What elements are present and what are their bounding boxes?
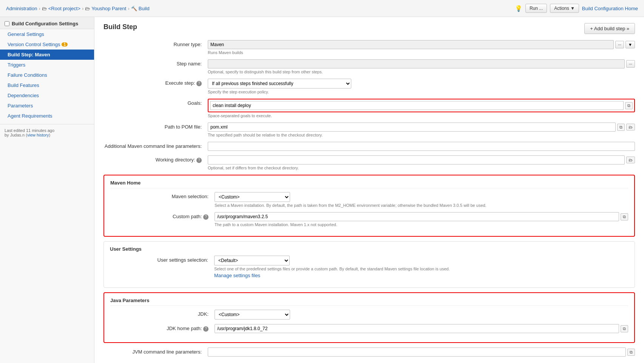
jdk-home-field: ⧉ [215,324,628,333]
jdk-row: JDK: <Custom> [110,310,628,320]
java-params-title: Java Parameters [110,298,628,306]
step-name-hint: Optional, specify to distinguish this bu… [208,70,635,74]
actions-button[interactable]: Actions ▼ [550,4,579,13]
user-settings-select-row: <Default> [214,256,629,265]
maven-selection-label: Maven selection: [110,192,208,199]
runner-type-dots-button[interactable]: ··· [615,41,624,48]
execute-step-field: If all previous steps finished successfu… [208,79,635,94]
sidebar-last-edited: Last edited 11 minutes ago by Judas.n (v… [0,124,94,141]
breadcrumb-sep-3: › [128,6,129,11]
working-dir-label: Working directory: ? [103,155,202,163]
goals-input[interactable] [210,101,624,110]
main-layout: Build Configuration Settings General Set… [0,17,644,363]
sidebar-item-dependencies[interactable]: Dependencies [0,90,94,101]
pom-path-copy-button[interactable]: ⧉ [617,124,625,131]
jdk-label: JDK: [110,310,208,317]
sidebar-section-header: Build Configuration Settings [0,17,94,29]
breadcrumb-admin[interactable]: Administration [6,6,37,11]
working-dir-input-row: 🗁 [208,155,635,164]
sidebar-checkbox[interactable] [5,21,9,26]
jdk-home-row: JDK home path: ? ⧉ [110,324,628,333]
jvm-params-copy-button[interactable]: ⧉ [627,349,635,356]
sidebar-label-failure: Failure Conditions [8,72,47,78]
user-settings-section: User Settings User settings selection: <… [103,241,635,288]
custom-path-label: Custom path: ? [110,212,208,220]
sidebar-section-title: Build Configuration Settings [12,21,78,26]
working-dir-browse-button[interactable]: 🗁 [626,157,635,163]
custom-path-input[interactable] [215,212,619,221]
working-dir-help-icon: ? [196,158,202,163]
breadcrumb-build[interactable]: Build [139,6,150,11]
custom-path-input-row: ⧉ [215,212,628,221]
jdk-home-copy-button[interactable]: ⧉ [621,325,628,332]
step-name-input-row: ··· [208,59,635,68]
sidebar-item-triggers[interactable]: Triggers [0,60,94,70]
jdk-field: <Custom> [215,310,628,320]
additional-maven-row: Additional Maven command line parameters… [103,142,635,151]
jdk-select[interactable]: <Custom> [215,310,290,320]
breadcrumb-sep-1: › [39,6,40,11]
pom-path-row: Path to POM file: ⧉ 🗁 The specified path… [103,123,635,137]
sidebar-item-vcs[interactable]: Version Control Settings 1 [0,39,94,50]
sidebar-label-general: General Settings [8,31,44,37]
execute-step-hint: Specify the step execution policy. [208,90,635,94]
add-build-step-button[interactable]: + Add build step » [584,23,635,34]
additional-maven-field [208,142,635,151]
sidebar: Build Configuration Settings General Set… [0,17,94,363]
view-history-link[interactable]: view history [27,133,49,137]
step-name-input[interactable] [208,59,625,68]
user-settings-title: User Settings [110,246,629,252]
actions-button-group: Actions ▼ [550,4,579,13]
pom-path-browse-button[interactable]: 🗁 [626,124,635,130]
config-home-link[interactable]: Build Configuration Home [582,6,638,11]
sidebar-item-failure-conditions[interactable]: Failure Conditions [0,70,94,80]
page-title: Build Step [103,23,137,31]
runner-type-dropdown-button[interactable]: ▼ [625,41,635,48]
sidebar-item-agent-requirements[interactable]: Agent Requirements [0,111,94,121]
user-settings-select[interactable]: <Default> [214,256,290,265]
run-button[interactable]: Run ... [525,4,547,13]
jdk-home-input-row: ⧉ [215,324,628,333]
user-settings-selection-row: User settings selection: <Default> Selec… [110,256,629,278]
top-bar-right: 💡 Run ... Actions ▼ Build Configuration … [515,4,638,13]
manage-settings-link[interactable]: Manage settings files [214,273,260,278]
jvm-params-input[interactable] [208,347,626,357]
breadcrumb-build-icon: 🔨 [131,6,137,11]
goals-wrapper: ⧉ [208,99,635,112]
sidebar-item-build-step-maven[interactable]: Build Step: Maven [0,50,94,60]
jdk-select-row: <Custom> [215,310,628,320]
goals-label: Goals: [103,99,202,106]
custom-path-field: ⧉ The path to a custom Maven installatio… [215,212,628,227]
pom-path-input[interactable] [208,123,616,132]
sidebar-item-build-features[interactable]: Build Features [0,80,94,90]
sidebar-item-parameters[interactable]: Parameters [0,101,94,111]
sidebar-item-general-settings[interactable]: General Settings [0,29,94,39]
breadcrumb-folder-icon-1: 🗁 [42,6,47,11]
step-name-field: ··· Optional, specify to distinguish thi… [208,59,635,74]
sidebar-label-dependencies: Dependencies [8,93,39,98]
runner-type-input[interactable] [208,40,614,49]
additional-maven-label: Additional Maven command line parameters… [103,142,202,149]
maven-selection-select[interactable]: <Custom> [215,192,290,202]
step-name-dots-button[interactable]: ··· [626,60,635,68]
runner-input-row: ··· ▼ [208,40,635,49]
breadcrumb-root-project[interactable]: <Root project> [48,6,80,11]
user-settings-selection-label: User settings selection: [110,256,208,263]
sidebar-label-triggers: Triggers [8,62,25,68]
maven-selection-field: <Custom> Select a Maven installation. By… [215,192,628,208]
additional-maven-input[interactable] [208,142,635,151]
pom-path-field: ⧉ 🗁 The specified path should be relativ… [208,123,635,137]
jvm-params-row: JVM command line parameters: ⧉ [103,347,635,357]
custom-path-copy-button[interactable]: ⧉ [621,213,628,220]
execute-step-select[interactable]: If all previous steps finished successfu… [208,79,351,88]
execute-step-label: Execute step: ? [103,79,202,86]
execute-step-select-row: If all previous steps finished successfu… [208,79,635,88]
breadcrumb-sep-2: › [82,6,83,11]
jvm-params-field: ⧉ [208,347,635,357]
maven-selection-hint: Select a Maven installation. By default,… [215,203,628,208]
user-settings-selection-field: <Default> Select one of the predefined s… [214,256,629,278]
working-dir-input[interactable] [208,155,625,164]
breadcrumb-youshop[interactable]: Youshop Parent [91,6,126,11]
jdk-home-input[interactable] [215,324,619,333]
goals-copy-button[interactable]: ⧉ [625,102,633,109]
